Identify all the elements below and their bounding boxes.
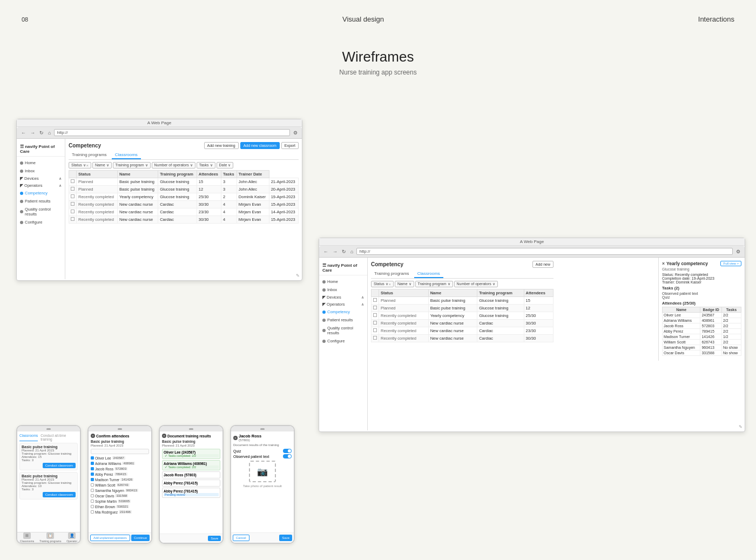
confirm-close-btn[interactable]: × [91,434,95,438]
tab-classrooms-2[interactable]: Classrooms [414,270,443,278]
panel-close-btn[interactable]: × [662,261,665,266]
sidebar-item-competency-2[interactable]: Competency [319,308,367,316]
row2-checkbox[interactable] [372,320,379,327]
mobile-tab-training[interactable]: Conduct all-time training [39,434,78,441]
sidebar-item-devices-2[interactable]: ◤ Devices∧ [319,294,367,301]
tab-classrooms-1[interactable]: Classrooms [112,151,141,159]
sidebar-item-configure-2[interactable]: Configure [319,337,367,345]
attendee-samantha[interactable]: Samantha Nguyen 960413 [91,488,149,493]
attendee-oliver[interactable]: Oliver Lee 243587 [91,455,149,461]
cb-william[interactable] [91,483,94,487]
detail-save-btn[interactable]: Save [279,535,292,541]
sidebar-item-inbox-1[interactable]: Inbox [17,167,65,175]
col-program[interactable]: Training program [158,171,197,178]
filter-name-2[interactable]: Name ∨ [395,281,414,287]
col-tasks[interactable]: Tasks [221,171,237,178]
filter-program-2[interactable]: Training program ∨ [415,281,453,287]
edit-icon-2[interactable]: ✎ [739,424,742,429]
row2-checkbox[interactable] [372,297,379,305]
table-row[interactable]: Recently completed New cardiac nurse Car… [372,320,554,327]
sidebar-item-inbox-2[interactable]: Inbox [319,286,367,294]
panel-attendee-row[interactable]: Madison Turner 141426 1/2 [663,334,741,340]
doc-adriana[interactable]: Adriana Williams (408961) ✓ Tasks comple… [162,460,220,470]
cb-madison[interactable] [91,478,94,481]
panel-attendee-row[interactable]: Oscar Davis 331588 No show [663,350,741,356]
panel-attendee-row[interactable]: Abby Perez 789415 2/2 [663,329,741,334]
sidebar-item-operators-1[interactable]: ◤ Operators∧ [17,182,65,189]
panel-attendee-row[interactable]: Jacob Ross 572803 2/2 [663,323,741,329]
sidebar-item-patient-1[interactable]: Patient results [17,197,65,205]
back-btn[interactable]: ← [20,130,27,136]
panel-attendee-row[interactable]: Samantha Nguyen 960413 No show [663,345,741,350]
camera-box[interactable]: 📷 [249,461,276,482]
settings-btn-2[interactable]: ⚙ [735,249,741,254]
filter-name[interactable]: Name ∨ [92,162,112,168]
settings-btn[interactable]: ⚙ [292,130,299,136]
export-btn[interactable]: Export [281,142,299,149]
conduct-classroom-btn-2[interactable]: Conduct classroom [43,492,76,497]
table-row[interactable]: Recently completed New cardiac nurse Car… [69,208,299,216]
sidebar-item-quality-1[interactable]: Quality control results [17,205,65,218]
tab-training-programs-1[interactable]: Training programs [69,151,110,159]
col-status[interactable]: Status [77,171,118,178]
add-unplanned-btn[interactable]: Add unplanned operators [90,535,130,541]
conduct-classroom-btn-1[interactable]: Conduct classroom [43,463,76,468]
filter-operators-2[interactable]: Number of operators ∨ [454,281,498,287]
attendee-mia[interactable]: Mia Rodriguez 231496 [91,509,149,515]
row2-checkbox[interactable] [372,305,379,312]
col2-status[interactable]: Status [379,289,429,297]
edit-icon-1[interactable]: ✎ [296,273,300,278]
row-checkbox[interactable] [69,216,77,224]
filter-date[interactable]: Date ∨ [217,162,234,168]
sidebar-item-competency-1[interactable]: Competency [17,189,65,197]
reload-btn-2[interactable]: ↻ [341,249,347,254]
attendee-abby[interactable]: Abby Perez 789415 [91,471,149,477]
doc-oliver[interactable]: Oliver Lee (243587) ✓ Tasks completed: 2… [162,449,220,459]
filter-program[interactable]: Training program ∨ [113,162,151,168]
filter-operators[interactable]: Number of operators ∨ [152,162,195,168]
reload-btn[interactable]: ↻ [38,130,45,136]
cb-oliver[interactable] [91,456,94,460]
panel-attendee-row[interactable]: Oliver Lee 243587 2/2 [663,313,741,318]
add-training-btn[interactable]: Add new training [204,142,239,149]
table-row[interactable]: Planned Basic pulse training Glucose tra… [69,186,299,193]
attendee-adriana[interactable]: Adriana Williams 408961 [91,461,149,466]
filter-status[interactable]: Status ∨ × [69,162,91,168]
cb-mia[interactable] [91,510,94,514]
cb-abby[interactable] [91,473,94,476]
url-bar-2[interactable]: http:// [356,248,733,255]
sidebar-item-home-1[interactable]: Home [17,159,65,167]
panel-attendee-row[interactable]: William Scott 626743 2/2 [663,340,741,345]
cb-oscar[interactable] [91,494,94,497]
col-trainer[interactable]: Trainer Date [237,171,269,178]
row-checkbox[interactable] [69,201,77,208]
home-btn[interactable]: ⌂ [47,130,52,136]
attendee-search[interactable] [91,449,149,454]
cb-ethan[interactable] [91,505,94,508]
sidebar-item-patient-2[interactable]: Patient results [319,316,367,324]
attendee-madison[interactable]: Madison Turner 141426 [91,477,149,482]
detail-cancel-btn[interactable]: Cancel [233,535,249,541]
table-row[interactable]: Recently completed New cardiac nurse Car… [69,201,299,208]
continue-btn[interactable]: Continue [131,535,150,541]
nav-classrooms[interactable]: ⊞ Classrooms [20,532,34,543]
quiz-toggle[interactable] [283,449,292,453]
doc-abby1[interactable]: Abby Perez (781415) [162,480,220,487]
sidebar-item-configure-1[interactable]: Configure [17,218,65,226]
tab-training-2[interactable]: Training programs [371,270,413,278]
cb-samantha[interactable] [91,489,94,492]
sidebar-item-devices-1[interactable]: ◤ Devices∧ [17,175,65,182]
row-checkbox[interactable] [69,178,77,186]
filter-tasks[interactable]: Tasks ∨ [197,162,215,168]
doc-jacob[interactable]: Jacob Ross (57803) [162,471,220,478]
mobile-tab-classrooms[interactable]: Classrooms [19,434,38,441]
back-btn-2[interactable]: ← [322,249,329,254]
table-row[interactable]: Recently completed New cardiac nurse Car… [69,216,299,224]
filter-status-2[interactable]: Status ∨ × [371,281,394,287]
attendee-jacob[interactable]: Jacob Ross 572803 [91,466,149,471]
sidebar-item-home-2[interactable]: Home [319,278,367,286]
nav-training-programs[interactable]: 📋 Training programs [39,532,61,543]
add-classroom-btn[interactable]: Add new classroom [240,142,280,149]
row2-checkbox[interactable] [372,312,379,320]
forward-btn[interactable]: → [29,130,36,136]
